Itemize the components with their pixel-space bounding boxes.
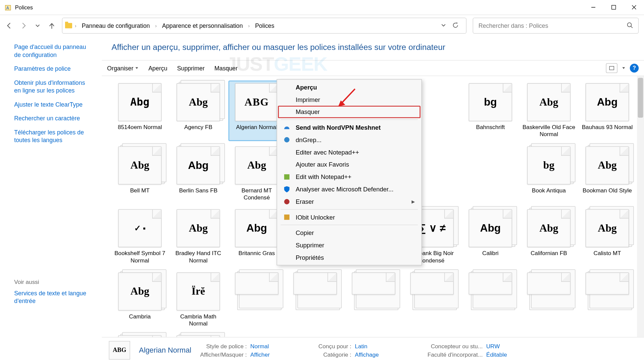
search-input[interactable]: Rechercher dans : Polices [473,18,639,34]
font-item[interactable] [579,269,636,330]
font-label: Book Antiqua [532,187,566,194]
details-col-c: Concepteur ou stu...URW Faculté d'incorp… [427,343,507,358]
chevron-down-icon[interactable] [622,66,626,70]
breadcrumb-segment[interactable]: Panneau de configuration [79,21,153,31]
context-menu-item[interactable]: IObit Unlocker [278,211,421,223]
context-menu-item[interactable]: Propriétés [278,251,421,264]
font-item[interactable]: Abg8514oem Normal [112,80,168,141]
breadcrumb-segment[interactable]: Apparence et personnalisation [159,21,246,31]
font-item[interactable]: ÏrĕCambria Math Normal [170,269,227,330]
forward-button[interactable] [19,22,28,30]
font-preview-tile: Abg [177,83,220,121]
see-also-heading: Voir aussi [14,279,93,285]
font-item[interactable] [170,333,227,337]
context-menu-item[interactable]: dnGrep... [278,134,421,146]
font-preview-tile: Abg [527,209,571,247]
nav-row: › Panneau de configuration › Apparence e… [0,15,644,36]
view-mode-button[interactable] [606,63,618,73]
app-icon: A [4,4,11,11]
scrollbar-thumb[interactable] [638,78,643,118]
font-label: Agency FB [184,124,212,131]
context-menu-item[interactable]: Analyser avec Microsoft Defender... [278,183,421,195]
details-col-a: Style de police :Normal Afficher/Masquer… [200,343,270,358]
sidebar-link[interactable]: Paramètres de police [14,65,93,73]
font-label: Cambria Math Normal [172,313,225,327]
font-preview-tile: Abg [235,209,278,247]
context-menu-item[interactable]: Ajouter aux Favoris [278,158,421,171]
font-label: Bookshelf Symbol 7 Normal [113,250,166,264]
context-separator [281,119,418,120]
font-item[interactable]: AbgBauhaus 93 Normal [579,80,636,141]
font-item[interactable]: AbgBradley Hand ITC Normal [170,206,227,267]
context-separator [281,209,418,209]
font-item[interactable]: bgBook Antiqua [521,143,577,204]
font-preview-tile [527,272,571,294]
menu-item-icon [283,198,290,205]
breadcrumb-segment[interactable]: Polices [253,21,277,31]
help-button[interactable]: ? [630,64,639,72]
font-item[interactable] [404,269,460,330]
font-item[interactable]: bgBahnschrift [462,80,519,141]
delete-button[interactable]: Supprimer [177,65,205,71]
sidebar-link[interactable]: Télécharger les polices de toutes les la… [14,129,93,144]
font-item[interactable] [287,269,343,330]
context-menu-item[interactable]: Editer avec Notepad++ [278,146,421,158]
search-icon [627,22,633,29]
font-preview-tile: Abg [177,209,220,247]
font-item[interactable]: AbgCalisto MT [579,206,636,267]
up-button[interactable] [48,22,56,30]
font-item[interactable] [345,269,402,330]
history-dropdown[interactable] [34,22,42,30]
minimize-button[interactable] [583,0,603,15]
maximize-button[interactable] [603,0,624,15]
font-item[interactable] [112,333,168,337]
font-preview-tile: bg [469,83,512,121]
context-menu-item[interactable]: Edit with Notepad++ [278,171,421,183]
organize-dropdown[interactable]: Organiser [107,65,139,71]
address-bar[interactable]: › Panneau de configuration › Apparence e… [62,18,467,34]
context-menu-item[interactable]: Supprimer [278,239,421,251]
font-preview-tile [118,335,161,337]
font-item[interactable]: ✓ ▪Bookshelf Symbol 7 Normal [112,206,168,267]
context-menu-item[interactable]: Eraser▶ [278,195,421,208]
close-button[interactable] [624,0,644,15]
folder-icon [65,23,72,28]
font-preview-tile: Abg [235,146,278,184]
font-item[interactable]: AbgCalibri [462,206,519,267]
preview-button[interactable]: Aperçu [148,65,167,71]
font-preview-tile: Abg [586,146,629,184]
scrollbar[interactable] [637,76,644,337]
chevron-down-icon[interactable] [441,22,446,29]
refresh-icon[interactable] [452,22,459,30]
context-separator [281,225,418,225]
sidebar-link[interactable]: Obtenir plus d'informations en ligne sur… [14,79,93,95]
font-item[interactable]: AbgBerlin Sans FB [170,143,227,204]
sidebar-link[interactable]: Ajuster le texte ClearType [14,101,93,109]
sidebar-link[interactable]: Page d'accueil du panneau de configurati… [14,43,93,59]
font-label: 8514oem Normal [118,124,162,131]
font-item[interactable]: AbgBaskerville Old Face Normal [521,80,577,141]
font-label: Calisto MT [594,250,621,257]
sidebar-link[interactable]: Services de texte et langue d'entrée [14,290,93,305]
sidebar-link[interactable]: Rechercher un caractère [14,115,93,122]
font-item[interactable] [462,269,519,330]
font-label: Algerian Normal [236,124,277,131]
font-item[interactable] [228,269,285,330]
font-item[interactable]: AbgBookman Old Style [579,143,636,204]
font-item[interactable]: AbgAgency FB [170,80,227,141]
svg-point-6 [628,22,632,26]
font-preview-tile: Abg [586,209,629,247]
font-item[interactable] [521,269,577,330]
font-item[interactable]: AbgBell MT [112,143,168,204]
context-menu-item[interactable]: Send with NordVPN Meshnet [278,121,421,134]
font-preview-tile: Abg [118,83,161,121]
chevron-right-icon: › [248,23,250,28]
back-button[interactable] [5,22,13,30]
font-label: Britannic Gras [238,250,275,257]
chevron-right-icon: ▶ [412,199,415,204]
font-item[interactable]: AbgCalifornian FB [521,206,577,267]
sidebar: Page d'accueil du panneau de configurati… [0,36,102,362]
context-menu-item[interactable]: Copier [278,227,421,239]
font-item[interactable]: AbgCambria [112,269,168,330]
font-preview-tile [293,272,337,294]
